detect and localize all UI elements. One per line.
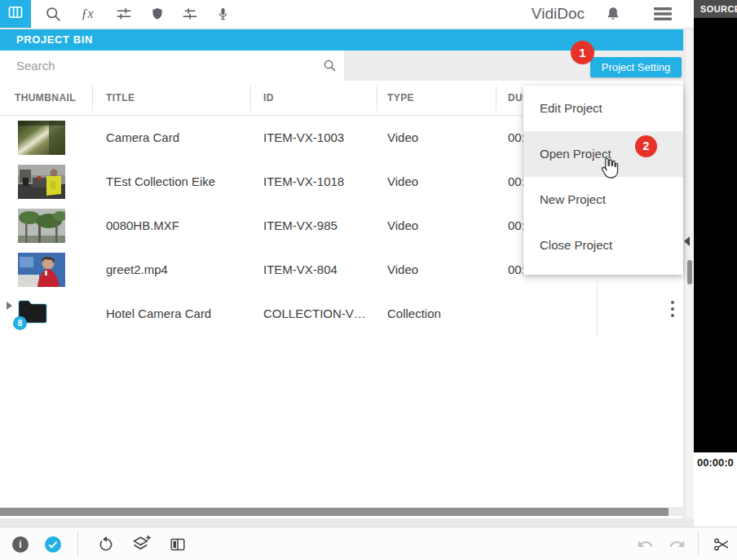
effects-icon[interactable]: ƒx <box>75 0 99 28</box>
thumbnail-camera-card <box>18 121 65 155</box>
app-window: ƒx VidiDoc PROJECT BIN <box>0 0 737 560</box>
film-strip-icon <box>7 4 24 24</box>
row-duration: 00: <box>508 116 525 160</box>
step-badge-2: 2 <box>635 135 657 157</box>
toolbar-strip: Project Setting <box>344 51 683 81</box>
search-tool-icon[interactable] <box>41 0 65 28</box>
column-separator <box>597 281 598 336</box>
rotate-refresh-icon[interactable] <box>95 527 117 560</box>
row-title: Hotel Camera Card <box>106 292 211 336</box>
menu-item-close-project[interactable]: Close Project <box>523 223 683 268</box>
source-panel: SOURCE 00:00:0 <box>694 0 737 527</box>
adjustments-icon[interactable] <box>112 0 136 28</box>
vertical-scrollbar-thumb[interactable] <box>687 260 692 284</box>
menu-item-edit-project[interactable]: Edit Project <box>523 86 683 131</box>
cut-scissors-icon[interactable] <box>711 527 732 560</box>
row-type: Video <box>387 248 418 292</box>
source-timecode: 00:00:0 <box>697 456 734 469</box>
row-title: 0080HB.MXF <box>106 204 179 248</box>
app-title: VidiDoc <box>489 0 585 28</box>
undo-icon[interactable] <box>634 527 655 560</box>
approve-check-icon[interactable] <box>42 527 64 560</box>
tab-project-bin[interactable] <box>0 0 31 28</box>
table-row-collection[interactable]: Hotel Camera Card COLLECTION-V… Collecti… <box>0 292 683 336</box>
source-panel-title: SOURCE <box>694 0 737 18</box>
col-header-id[interactable]: ID <box>263 82 274 115</box>
bottom-toolbar: i <box>0 527 737 560</box>
thumbnail-palm-trees <box>18 209 65 243</box>
col-header-thumbnail[interactable]: THUMBNAIL <box>15 82 76 115</box>
project-setting-button[interactable]: Project Setting <box>590 57 682 77</box>
info-icon[interactable]: i <box>10 527 31 560</box>
collection-count-badge: 8 <box>13 316 27 330</box>
row-type: Video <box>387 116 418 160</box>
row-id: ITEM-VX-985 <box>263 204 338 248</box>
row-type: Collection <box>387 292 441 336</box>
row-type: Video <box>387 160 418 204</box>
notifications-bell-icon[interactable] <box>601 0 625 28</box>
expand-caret-icon[interactable] <box>7 302 12 310</box>
row-id: ITEM-VX-1018 <box>263 160 344 204</box>
redo-icon[interactable] <box>666 527 687 560</box>
row-title: greet2.mp4 <box>106 248 168 292</box>
row-id: ITEM-VX-1003 <box>263 116 344 160</box>
row-duration: 00: <box>508 248 525 292</box>
row-id: ITEM-VX-804 <box>263 248 338 292</box>
row-duration: 00: <box>508 160 525 204</box>
row-duration: 00: <box>508 204 525 248</box>
row-title: Camera Card <box>106 116 179 160</box>
add-version-layers-icon[interactable] <box>129 527 153 560</box>
microphone-icon[interactable] <box>210 0 235 28</box>
search-input[interactable] <box>0 51 326 81</box>
horizontal-scrollbar-thumb[interactable] <box>0 508 669 516</box>
hand-cursor-icon <box>598 156 620 184</box>
sliders-icon[interactable] <box>178 0 202 28</box>
top-toolbar: ƒx VidiDoc <box>0 0 694 28</box>
col-header-title[interactable]: TITLE <box>106 82 135 115</box>
thumbnail-street-crowd <box>18 165 65 199</box>
row-type: Video <box>387 204 418 248</box>
shield-icon[interactable] <box>145 0 170 28</box>
thumbnail-greeting-person <box>18 253 65 287</box>
step-badge-1: 1 <box>571 41 594 64</box>
search-icon[interactable] <box>323 59 337 76</box>
hamburger-menu-icon[interactable] <box>649 0 677 28</box>
col-header-type[interactable]: TYPE <box>387 82 414 115</box>
panel-collapse-arrow-icon[interactable] <box>684 236 690 246</box>
row-actions-kebab-icon[interactable] <box>667 301 677 317</box>
reader-book-icon[interactable] <box>167 527 188 560</box>
row-title: TEst Collection Eike <box>106 160 215 204</box>
row-id: COLLECTION-V… <box>263 292 366 336</box>
source-video-viewer[interactable] <box>694 18 737 452</box>
